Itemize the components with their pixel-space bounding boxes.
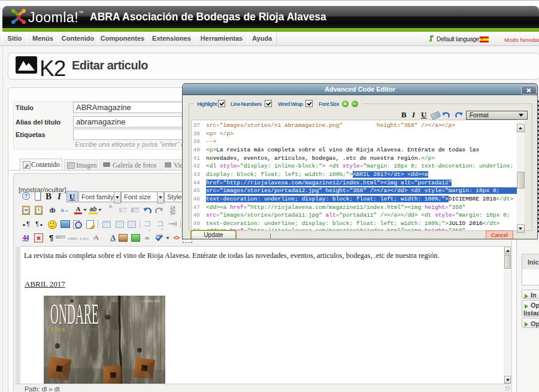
svg-text:abramagazine Y: abramagazine Y [50,326,103,333]
svg-text:n.1 ABRIL 2017: n.1 ABRIL 2017 [141,300,161,303]
